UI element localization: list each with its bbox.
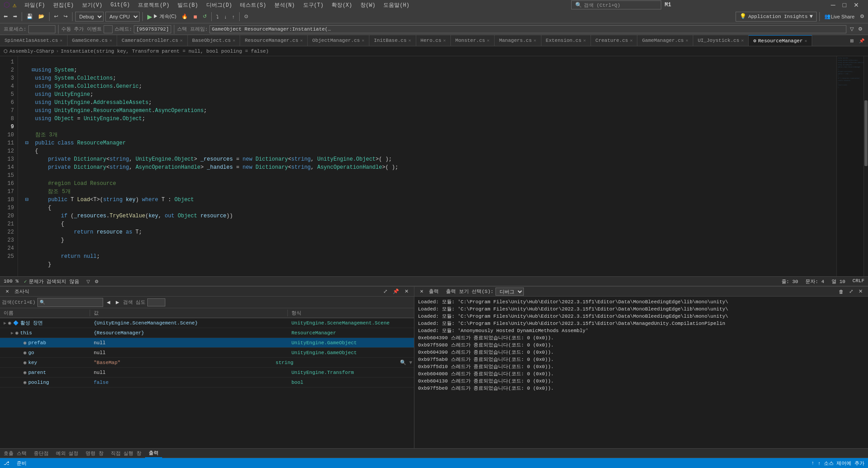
tab-call-stack[interactable]: 호출 스택 <box>0 449 30 458</box>
menu-project[interactable]: 프로젝트(P) <box>134 0 173 10</box>
tab-exceptions[interactable]: 예외 설정 <box>52 449 82 458</box>
watch-pin-button[interactable]: 📌 <box>391 288 401 295</box>
stop-button[interactable]: ■ <box>191 12 199 21</box>
watch-row-parent[interactable]: ◉ parent null UnityEngine.Transform <box>0 368 414 378</box>
tab-spineatlas[interactable]: SpineAtlasAsset.cs ✕ <box>0 35 68 46</box>
expand-icon[interactable]: ▶ <box>11 330 14 336</box>
search-input-label[interactable]: 검색 (Ctrl+Q) <box>584 2 620 9</box>
tab-close-icon[interactable]: ✕ <box>362 38 364 43</box>
tab-breakpoints[interactable]: 중단점 <box>30 449 52 458</box>
output-expand-button[interactable]: ⤢ <box>847 288 855 295</box>
watch-close-button[interactable]: ✕ <box>403 288 410 295</box>
issues-options-button[interactable]: ⚙ <box>93 278 100 285</box>
tab-close-icon[interactable]: ✕ <box>686 38 688 43</box>
tab-close-icon[interactable]: ✕ <box>443 38 446 43</box>
step-over-button[interactable]: ⤵ <box>214 13 221 20</box>
live-share-button[interactable]: 👥 Live Share <box>823 13 856 20</box>
menu-edit[interactable]: 편집(E) <box>50 0 77 10</box>
zoom-level[interactable]: 100 % <box>4 279 18 284</box>
watch-row[interactable]: ▶ ◉ 🔷 활성 장면 {UnityEngine.SceneManagement… <box>0 318 414 328</box>
menu-analyze[interactable]: 분석(N) <box>271 0 299 10</box>
save-button[interactable]: 💾 <box>25 13 35 20</box>
debug-config-select[interactable]: Debug <box>75 12 104 22</box>
search-back-button[interactable]: ◀ <box>105 299 112 306</box>
play-button[interactable]: ▶ ▶ 계속(C) <box>145 12 178 21</box>
step-into-button[interactable]: ↓ <box>223 13 229 20</box>
toggle-issues-button[interactable]: ▽ <box>85 278 92 285</box>
tab-creature[interactable]: Creature.cs ✕ <box>591 35 638 46</box>
expand-icon[interactable]: ▶ <box>4 320 6 326</box>
step-out-button[interactable]: ↑ <box>230 13 236 20</box>
tab-baseobject[interactable]: BaseObject.cs ✕ <box>188 35 241 46</box>
settings-button[interactable]: ⚙ <box>858 13 866 20</box>
pin-button[interactable]: 📌 <box>857 37 866 44</box>
tab-close-icon[interactable]: ✕ <box>60 38 63 43</box>
menu-view[interactable]: 보기(V) <box>78 0 106 10</box>
watch-row[interactable]: ▶ ◉ this {ResourceManager} ResourceManag… <box>0 328 414 338</box>
tab-objectmanager[interactable]: ObjectManager.cs ✕ <box>308 35 369 46</box>
tab-initbase[interactable]: InitBase.cs ✕ <box>369 35 416 46</box>
menu-file[interactable]: 파일(F) <box>21 0 49 10</box>
restart-button[interactable]: ↺ <box>201 13 209 20</box>
undo-button[interactable]: ↩ <box>52 13 60 20</box>
tab-close-icon[interactable]: ✕ <box>741 38 744 43</box>
tab-close-icon[interactable]: ✕ <box>409 38 411 43</box>
vertical-scrollbar[interactable] <box>863 56 868 276</box>
tab-close-icon[interactable]: ✕ <box>583 38 586 43</box>
output-clear-button[interactable]: 🗑 <box>837 288 845 295</box>
breadcrumb-method[interactable]: Instantiate(string key, Transform parent… <box>61 49 269 54</box>
watch-row-go[interactable]: ◉ go null UnityEngine.GameObject <box>0 348 414 358</box>
breakpoint-button[interactable]: ⊙ <box>242 13 250 20</box>
menu-help[interactable]: 도움말(H) <box>380 0 413 10</box>
search-value-button[interactable]: 🔍 ▼ <box>398 360 414 365</box>
tab-close-icon[interactable]: ✕ <box>232 38 235 43</box>
menu-build[interactable]: 빌드(B) <box>174 0 202 10</box>
minimize-button[interactable]: ─ <box>829 0 837 9</box>
output-panel-close-button[interactable]: ✕ <box>418 288 425 295</box>
watch-row-pooling[interactable]: ◉ pooling false bool <box>0 378 414 387</box>
tab-close-icon[interactable]: ✕ <box>180 38 183 43</box>
tab-close-icon[interactable]: ✕ <box>109 38 112 43</box>
maximize-button[interactable]: □ <box>841 0 848 9</box>
cpu-select[interactable]: Any CPU <box>105 12 140 22</box>
watch-search-input[interactable] <box>47 300 101 305</box>
output-view-select[interactable]: 디버그 <box>495 288 524 296</box>
watch-panel-close-button[interactable]: ✕ <box>4 288 11 295</box>
tab-immediate[interactable]: 직접 실행 창 <box>107 449 145 458</box>
tab-cameracontroller[interactable]: CameraController.cs ✕ <box>117 35 187 46</box>
menu-extend[interactable]: 확장(X) <box>328 0 356 10</box>
tab-close-icon[interactable]: ✕ <box>804 38 807 44</box>
tab-command[interactable]: 명령 창 <box>82 449 107 458</box>
back-button[interactable]: ⬅ <box>2 13 9 20</box>
filter-button[interactable]: ▽ <box>848 25 855 33</box>
tab-close-icon[interactable]: ✕ <box>487 38 490 43</box>
tab-resourcemanager[interactable]: ⚙ ResourceManager ✕ <box>749 35 812 46</box>
code-content[interactable]: ⊟using System; using System.Collections;… <box>18 56 836 276</box>
tab-monster[interactable]: Monster.cs ✕ <box>451 35 495 46</box>
menu-window[interactable]: 창(W) <box>357 0 379 10</box>
tab-close-icon[interactable]: ✕ <box>534 38 536 43</box>
tab-managers[interactable]: Managers.cs ✕ <box>495 35 541 46</box>
tab-close-icon[interactable]: ✕ <box>630 38 632 43</box>
close-button[interactable]: ✕ <box>852 0 861 9</box>
stack-options-button[interactable]: ⚙ <box>856 25 864 33</box>
menu-test[interactable]: 테스트(S) <box>236 0 270 10</box>
breadcrumb-assembly[interactable]: Assembly-CSharp <box>9 49 54 54</box>
tab-list-button[interactable]: ⊞ <box>848 37 855 44</box>
tab-output[interactable]: 출력 <box>145 449 162 458</box>
search-forward-button[interactable]: ▶ <box>114 299 121 306</box>
tab-close-icon[interactable]: ✕ <box>300 38 303 43</box>
forward-button[interactable]: ➡ <box>11 13 19 20</box>
open-button[interactable]: 📂 <box>36 13 46 20</box>
tab-hero[interactable]: Hero.cs ✕ <box>416 35 451 46</box>
menu-tools[interactable]: 도구(T) <box>300 0 327 10</box>
application-insights-label[interactable]: Application Insights <box>748 14 808 19</box>
output-close-button[interactable]: ✕ <box>857 288 864 295</box>
hot-reload-button[interactable]: 🔥 <box>180 13 190 20</box>
menu-git[interactable]: Git(G) <box>107 1 133 9</box>
tab-gamescene[interactable]: GameScene.cs ✕ <box>68 35 117 46</box>
watch-row-key[interactable]: ◉ key "BaseMap" string 🔍 ▼ <box>0 358 414 368</box>
tab-extension[interactable]: Extension.cs ✕ <box>541 35 591 46</box>
tab-resourcemanager-cs[interactable]: ResourceManager.cs ✕ <box>240 35 308 46</box>
tab-ui-joystick[interactable]: UI_Joystick.cs ✕ <box>693 35 749 46</box>
